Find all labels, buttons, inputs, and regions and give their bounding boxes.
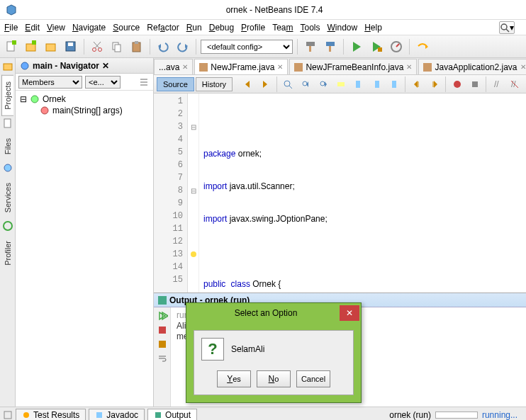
svg-point-47 [303,81,307,86]
svg-rect-6 [32,40,36,45]
et-bookmark-toggle[interactable] [386,76,402,93]
btab-javadoc[interactable]: Javadoc [89,409,145,421]
projects-tab-icon [2,61,13,72]
sidetab-profiler[interactable]: Profiler [1,234,14,272]
et-comment[interactable]: // [489,76,505,93]
settings-icon[interactable] [157,339,168,350]
close-icon[interactable]: ✕ [277,63,283,71]
copy-button[interactable] [108,38,125,55]
svg-rect-52 [356,81,360,88]
test-icon [22,411,30,419]
tree-item-main[interactable]: main(String[] args) [40,105,149,116]
menu-source[interactable]: Source [113,23,140,33]
no-button[interactable]: No [257,370,291,387]
et-shift-left[interactable] [408,76,425,93]
config-combo[interactable]: <default config> [201,40,293,54]
dialog-titlebar[interactable]: Select an Option ✕ [186,303,361,323]
build-button[interactable] [302,38,319,55]
save-all-button[interactable] [62,38,79,55]
search-button[interactable]: ▾ [499,21,515,34]
et-find-sel[interactable] [280,76,296,93]
close-icon[interactable]: ✕ [182,63,188,71]
yes-button[interactable]: Yes [217,370,251,387]
et-uncomment[interactable]: // [507,76,523,93]
tab-2[interactable]: NewJFrameBeanInfo.java✕ [289,59,417,74]
history-view-button[interactable]: History [196,77,233,91]
nav-icon [20,61,30,71]
svg-rect-60 [472,81,478,87]
sidetab-files[interactable]: Files [1,132,14,161]
members-combo[interactable]: Members [18,76,82,89]
et-nav-fwd[interactable] [257,76,274,93]
stop-output-icon[interactable] [157,324,168,336]
et-highlight[interactable] [333,76,349,93]
tab-0[interactable]: ...ava✕ [154,59,193,74]
btab-test[interactable]: Test Results [16,409,86,421]
navigator-close[interactable]: ✕ [102,61,109,71]
new-file-button[interactable] [3,38,20,55]
progress-bar [435,412,478,419]
profile-button[interactable] [388,38,405,55]
new-project-button[interactable] [23,38,40,55]
menu-edit[interactable]: Edit [25,23,40,33]
wrap-icon[interactable] [157,353,168,364]
menu-run[interactable]: Run [186,23,202,33]
svg-rect-42 [423,63,432,72]
tab-3[interactable]: JavaApplication2.java✕ [418,59,526,74]
svg-rect-9 [68,42,73,46]
et-nav-back[interactable] [240,76,256,93]
java-icon [294,63,303,72]
nav-settings-button[interactable] [138,76,150,89]
bottom-tabstrip: Test Results Javadoc Output ornek (run) … [0,407,526,420]
et-find-next[interactable] [315,76,332,93]
rerun-icon[interactable] [157,310,168,322]
menu-tools[interactable]: Tools [300,23,320,33]
menu-help[interactable]: Help [364,23,382,33]
collapse-icon[interactable] [3,410,13,420]
undo-button[interactable] [155,38,172,55]
confirm-dialog: Select an Option ✕ ? SelamAli Yes No Can… [186,302,362,403]
et-shift-right[interactable] [426,76,442,93]
debug-icon [370,40,383,53]
close-icon[interactable]: ✕ [520,63,526,71]
source-view-button[interactable]: Source [157,77,194,91]
close-icon[interactable]: ✕ [406,63,412,71]
menu-file[interactable]: File [4,23,18,33]
et-macro-stop[interactable] [466,76,483,93]
menu-team[interactable]: Team [272,23,293,33]
svg-line-2 [506,29,509,32]
empty-combo[interactable]: <e... [85,76,121,89]
et-bookmark-next[interactable] [368,76,384,93]
sidetab-projects[interactable]: Projects [1,75,13,116]
menu-navigate[interactable]: Navigate [72,23,106,33]
open-button[interactable] [43,38,60,55]
cancel-button[interactable]: Cancel [296,370,330,387]
step-over-button[interactable] [414,38,431,55]
menu-window[interactable]: Window [328,23,358,33]
sidetab-services[interactable]: Services [1,176,14,219]
tab-1[interactable]: NewJFrame.java✕ [194,59,288,74]
btab-output[interactable]: Output [147,409,197,421]
et-find-prev[interactable] [298,76,314,93]
navigator-panel: main - Navigator ✕ Members <e... ⊟ Ornek… [16,58,154,407]
code-content[interactable]: package ornek; import java.util.Scanner;… [199,93,526,293]
menu-debug[interactable]: Debug [209,23,234,33]
dialog-close-button[interactable]: ✕ [340,305,359,321]
status-bar: ornek (run) running... [389,410,523,420]
step-icon [416,40,429,53]
et-macro-rec[interactable] [449,76,465,93]
menu-view[interactable]: View [47,23,65,33]
svg-point-34 [21,62,28,69]
menu-refactor[interactable]: Refactor [147,23,179,33]
et-bookmark-prev[interactable] [351,76,367,93]
tree-root[interactable]: ⊟ Ornek [20,93,149,105]
paste-button[interactable] [128,38,145,55]
debug-button[interactable] [368,38,385,55]
cut-button[interactable] [89,38,106,55]
clean-build-button[interactable] [322,38,339,55]
menu-profile[interactable]: Profile [241,23,265,33]
code-area[interactable]: 123456789101112131415 ⊟⊟ package ornek; … [154,93,526,293]
output-sidebar [154,307,171,407]
run-button[interactable] [348,38,365,55]
redo-button[interactable] [174,38,191,55]
